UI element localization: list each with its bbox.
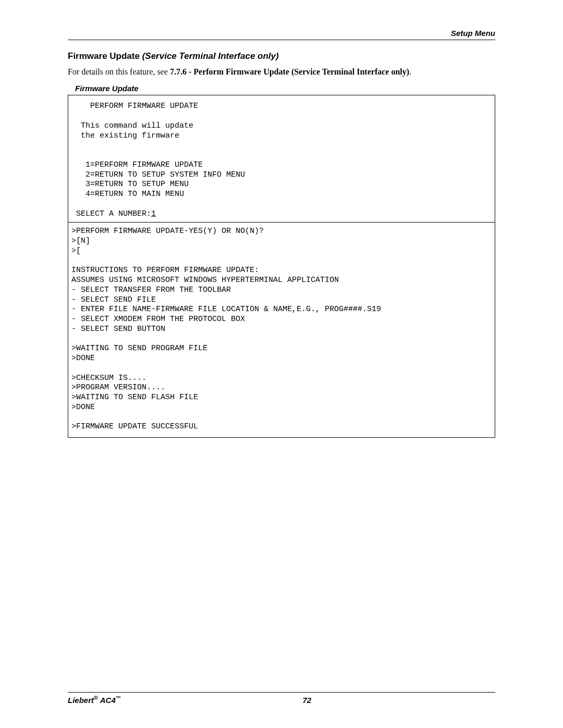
terminal-blank	[71, 141, 492, 151]
footer-brand: Liebert® AC4™	[68, 695, 121, 705]
terminal-line: - SELECT SEND BUTTON	[71, 325, 492, 335]
terminal-option: 3=RETURN TO SETUP MENU	[71, 180, 492, 190]
terminal-blank	[71, 256, 492, 266]
terminal-option: 2=RETURN TO SETUP SYSTEM INFO MENU	[71, 170, 492, 180]
terminal-line: >DONE	[71, 354, 492, 364]
terminal-line: >PERFORM FIRMWARE UPDATE-YES(Y) OR NO(N)…	[71, 227, 492, 237]
terminal-line: ASSUMES USING MICROSOFT WINDOWS HYPERTER…	[71, 276, 492, 286]
terminal-line: - SELECT SEND FILE	[71, 295, 492, 305]
intro-paragraph: For details on this feature, see 7.7.6 -…	[68, 66, 495, 78]
trademark-symbol: ™	[116, 695, 121, 701]
section-title-qualifier: (Service Terminal Interface only)	[142, 51, 279, 61]
terminal-line: - ENTER FILE NAME-FIRMWARE FILE LOCATION…	[71, 305, 492, 315]
intro-suffix: .	[409, 67, 411, 76]
terminal-line: the existing firmware	[71, 131, 492, 141]
footer-rule	[68, 692, 495, 693]
terminal-line: >PROGRAM VERSION....	[71, 383, 492, 393]
terminal-option: 4=RETURN TO MAIN MENU	[71, 190, 492, 200]
terminal-prompt: SELECT A NUMBER:1	[71, 209, 492, 219]
terminal-blank	[71, 151, 492, 161]
terminal-output-box: PERFORM FIRMWARE UPDATE This command wil…	[68, 95, 495, 438]
section-title: Firmware Update (Service Terminal Interf…	[68, 51, 495, 62]
terminal-option: 1=PERFORM FIRMWARE UPDATE	[71, 161, 492, 170]
figure-caption: Firmware Update	[75, 84, 495, 93]
terminal-blank	[71, 413, 492, 423]
terminal-line: >[	[71, 246, 492, 256]
terminal-blank	[71, 112, 492, 121]
terminal-line: This command will update	[71, 121, 492, 131]
terminal-line: - SELECT XMODEM FROM THE PROTOCOL BOX	[71, 315, 492, 325]
prompt-label: SELECT A NUMBER:	[71, 209, 151, 218]
document-page: Setup Menu Firmware Update (Service Term…	[0, 0, 563, 728]
terminal-line: >CHECKSUM IS....	[71, 374, 492, 384]
section-title-main: Firmware Update	[68, 51, 142, 61]
prompt-value: 1	[151, 209, 156, 218]
page-header-section: Setup Menu	[68, 29, 495, 40]
terminal-line: >WAITING TO SEND PROGRAM FILE	[71, 344, 492, 354]
terminal-line: INSTRUCTIONS TO PERFORM FIRMWARE UPDATE:	[71, 266, 492, 276]
footer-page-number: 72	[302, 696, 311, 705]
terminal-blank	[71, 200, 492, 209]
terminal-divider	[68, 222, 495, 223]
terminal-line: - SELECT TRANSFER FROM THE TOOLBAR	[71, 286, 492, 295]
registered-symbol: ®	[94, 695, 98, 701]
intro-reference: 7.7.6 - Perform Firmware Update (Service…	[170, 67, 409, 76]
footer-row: Liebert® AC4™ 72 .	[68, 695, 495, 705]
terminal-line: >FIRMWARE UPDATE SUCCESSFUL	[71, 422, 492, 432]
terminal-blank	[71, 335, 492, 344]
terminal-line: >[N]	[71, 237, 492, 246]
terminal-line: >WAITING TO SEND FLASH FILE	[71, 393, 492, 403]
intro-prefix: For details on this feature, see	[68, 67, 170, 76]
terminal-line: PERFORM FIRMWARE UPDATE	[71, 102, 492, 112]
terminal-line: >DONE	[71, 403, 492, 413]
terminal-blank	[71, 364, 492, 374]
footer-product: AC4	[98, 696, 116, 705]
page-footer: Liebert® AC4™ 72 .	[68, 692, 495, 705]
footer-brand-name: Liebert	[68, 696, 94, 705]
header-rule	[68, 40, 495, 40]
